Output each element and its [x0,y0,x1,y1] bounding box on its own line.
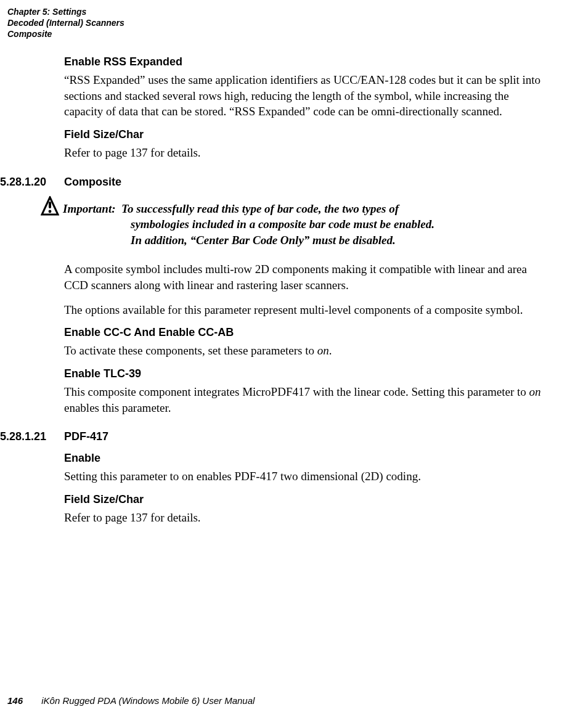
page-footer: 146 iKôn Rugged PDA (Windows Mobile 6) U… [7,695,255,706]
tlc-em: on [529,385,541,398]
header-chapter: Chapter 5: Settings [7,6,124,17]
important-line-1: To successfully read this type of bar co… [121,202,399,215]
heading-enable-rss-expanded: Enable RSS Expanded [64,55,551,68]
section-heading-composite: 5.28.1.20 Composite [64,176,551,189]
important-label: Important: [63,202,116,215]
footer-manual-title: iKôn Rugged PDA (Windows Mobile 6) User … [41,695,255,706]
important-note-block: Important: To successfully read this typ… [41,201,551,248]
page-number: 146 [7,695,23,706]
heading-field-size-char-2: Field Size/Char [64,493,551,506]
warning-icon [41,196,59,219]
heading-field-size-char-1: Field Size/Char [64,128,551,141]
paragraph-rss-expanded: “RSS Expanded” uses the same application… [64,72,546,120]
section-number-composite: 5.28.1.20 [0,176,46,189]
page-content: Enable RSS Expanded “RSS Expanded” uses … [64,49,551,534]
paragraph-enable-tlc39: This composite component integrates Micr… [64,384,546,415]
cc-para-post: . [329,344,332,357]
tlc-post: enables this parameter. [64,401,171,414]
important-line-3: In addition, “Center Bar Code Only” must… [131,232,434,248]
paragraph-enable-cc: To activate these components, set these … [64,343,546,359]
cc-para-pre: To activate these components, set these … [64,344,317,357]
heading-enable-tlc39: Enable TLC-39 [64,367,551,380]
header-subsection: Composite [7,28,124,39]
reference-page-137-2: Refer to page 137 for details. [64,510,546,526]
section-number-pdf417: 5.28.1.21 [0,430,46,443]
tlc-pre: This composite component integrates Micr… [64,385,529,398]
svg-rect-1 [49,202,51,208]
page-header: Chapter 5: Settings Decoded (Internal) S… [7,6,124,40]
paragraph-composite-1: A composite symbol includes multi-row 2D… [64,261,546,293]
reference-page-137-1: Refer to page 137 for details. [64,145,546,161]
heading-enable-cc: Enable CC-C And Enable CC-AB [64,326,551,339]
header-section: Decoded (Internal) Scanners [7,17,124,28]
section-title-pdf417: PDF-417 [64,430,108,443]
paragraph-composite-2: The options available for this parameter… [64,302,546,318]
important-note-body: Important: To successfully read this typ… [63,201,434,248]
paragraph-pdf-enable: Setting this parameter to on enables PDF… [64,468,546,485]
section-heading-pdf417: 5.28.1.21 PDF-417 [64,430,551,443]
important-line-2: symbologies included in a composite bar … [131,216,434,232]
heading-pdf-enable: Enable [64,452,551,465]
svg-point-2 [49,210,52,213]
cc-para-em: on [317,344,329,357]
section-title-composite: Composite [64,176,121,188]
